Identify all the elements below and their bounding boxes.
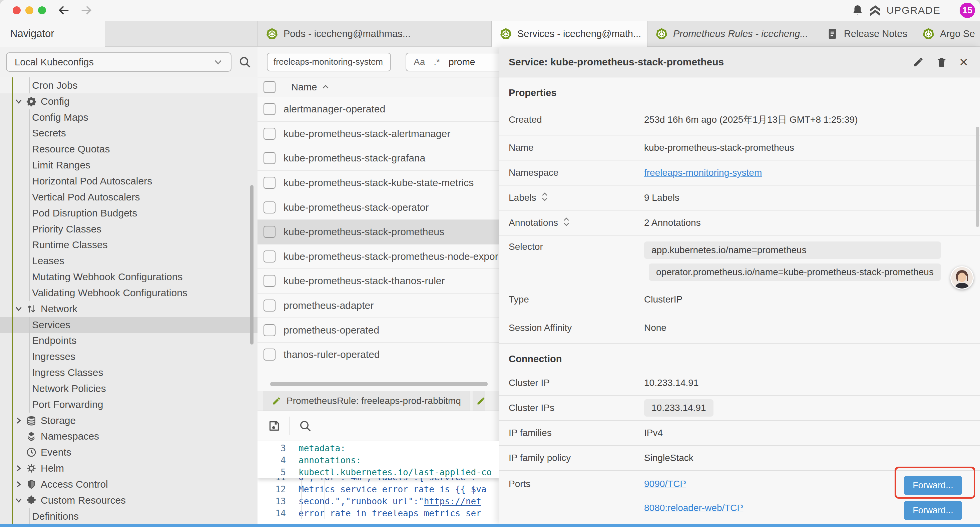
sidebar-item-cron-jobs[interactable]: Cron Jobs	[0, 77, 258, 93]
table-row-kube-prometheus-stack-thanos-ruler[interactable]: kube-prometheus-stack-thanos-ruler	[258, 269, 499, 293]
sidebar-item-pod-disruption-budgets[interactable]: Pod Disruption Budgets	[0, 205, 258, 221]
table-row-kube-prometheus-stack-prometheus[interactable]: kube-prometheus-stack-prometheus	[258, 220, 499, 245]
sidebar-item-mutating-webhook-configurations[interactable]: Mutating Webhook Configurations	[0, 269, 258, 285]
match-case-toggle[interactable]: Aa	[414, 57, 425, 67]
chevron-right-icon[interactable]	[15, 479, 26, 489]
sidebar-item-config[interactable]: Config	[0, 93, 258, 110]
drawer-row-cluster-ips: Cluster IPs10.233.14.91	[500, 396, 980, 420]
sidebar-scrollbar[interactable]	[250, 185, 253, 345]
row-checkbox[interactable]	[264, 152, 275, 164]
tab-pods-icecheng-mathmas[interactable]: Pods - icecheng@mathmas...	[258, 21, 492, 47]
row-checkbox[interactable]	[264, 201, 275, 213]
table-row-alertmanager-operated[interactable]: alertmanager-operated	[258, 97, 499, 122]
expand-toggle-icon[interactable]	[563, 217, 570, 229]
row-checkbox[interactable]	[264, 128, 275, 140]
namespace-selector[interactable]: freeleaps-monitoring-system	[267, 53, 391, 72]
notifications-bell-icon[interactable]	[851, 4, 864, 17]
sidebar-item-helm[interactable]: Helm	[0, 460, 258, 476]
port-link-8080-reloader-web-tcp[interactable]: 8080:reloader-web/TCP	[644, 503, 743, 513]
table-row-thanos-ruler-operated[interactable]: thanos-ruler-operated	[258, 342, 499, 367]
table-row-kube-prometheus-stack-prometheus-node-expor[interactable]: kube-prometheus-stack-prometheus-node-ex…	[258, 245, 499, 269]
sidebar-item-vertical-pod-autoscalers[interactable]: Vertical Pod Autoscalers	[0, 189, 258, 205]
forward-button-8080-reloader-web-tcp[interactable]: Forward...	[904, 501, 962, 520]
sidebar-item-ingress-classes[interactable]: Ingress Classes	[0, 365, 258, 381]
sidebar-item-ingresses[interactable]: Ingresses	[0, 349, 258, 365]
sidebar-item-leases[interactable]: Leases	[0, 253, 258, 269]
yaml-editor[interactable]: 3metadata:4annotations:5kubectl.kubernet…	[258, 441, 499, 524]
sidebar-item-events[interactable]: Events	[0, 444, 258, 460]
sidebar-item-services[interactable]: Services	[0, 317, 258, 333]
tab-navigator[interactable]: Navigator	[0, 21, 105, 47]
row-checkbox[interactable]	[264, 177, 275, 189]
sidebar-item-runtime-classes[interactable]: Runtime Classes	[0, 237, 258, 253]
property-value: IPv4	[644, 428, 663, 438]
tab-prometheus-rules-icecheng[interactable]: Prometheus Rules - icecheng...	[648, 21, 818, 47]
chevron-right-icon[interactable]	[15, 463, 26, 473]
save-icon[interactable]	[267, 419, 281, 433]
select-all-checkbox[interactable]	[264, 81, 275, 93]
drawer-scrollbar[interactable]	[976, 127, 979, 227]
editor-search-icon[interactable]	[299, 419, 312, 433]
tab-release-notes[interactable]: Release Notes	[818, 21, 914, 47]
forward-icon[interactable]	[80, 4, 93, 17]
table-row-prometheus-adapter[interactable]: prometheus-adapter	[258, 293, 499, 318]
close-icon[interactable]: ×	[959, 55, 968, 69]
list-search-input[interactable]: Aa .* prome	[406, 53, 499, 72]
kubeconfig-selector[interactable]: Local Kubeconfigs	[6, 53, 231, 72]
upgrade-button[interactable]: UPGRADE	[869, 0, 941, 21]
row-checkbox[interactable]	[264, 299, 275, 312]
avatar[interactable]	[950, 266, 974, 290]
traffic-light-zoom[interactable]	[38, 6, 46, 14]
row-checkbox[interactable]	[264, 250, 275, 263]
row-checkbox[interactable]	[264, 324, 275, 336]
delete-trash-icon[interactable]	[936, 56, 947, 68]
sidebar-item-label: Ingress Classes	[32, 367, 103, 378]
chevron-right-icon[interactable]	[15, 416, 26, 426]
back-icon[interactable]	[57, 4, 71, 17]
chevron-down-icon[interactable]	[15, 96, 26, 107]
sidebar-item-access-control[interactable]: Access Control	[0, 476, 258, 492]
sidebar-item-storage[interactable]: Storage	[0, 412, 258, 428]
sidebar-item-horizontal-pod-autoscalers[interactable]: Horizontal Pod Autoscalers	[0, 173, 258, 189]
tab-services-icecheng-math[interactable]: Services - icecheng@math...×	[492, 21, 648, 47]
traffic-light-minimize[interactable]	[25, 6, 33, 14]
table-row-prometheus-operated[interactable]: prometheus-operated	[258, 318, 499, 342]
sidebar-item-endpoints[interactable]: Endpoints	[0, 333, 258, 349]
table-row-kube-prometheus-stack-kube-state-metrics[interactable]: kube-prometheus-stack-kube-state-metrics	[258, 171, 499, 196]
notification-count-badge[interactable]: 15	[960, 3, 975, 18]
traffic-light-close[interactable]	[13, 6, 21, 14]
table-row-kube-prometheus-stack-operator[interactable]: kube-prometheus-stack-operator	[258, 195, 499, 220]
tab-argo-se[interactable]: Argo Se	[914, 21, 980, 47]
sidebar-item-port-forwarding[interactable]: Port Forwarding	[0, 396, 258, 412]
row-checkbox[interactable]	[264, 349, 275, 361]
sidebar-search-icon[interactable]	[238, 56, 251, 69]
sidebar-item-secrets[interactable]: Secrets	[0, 126, 258, 142]
chevron-down-icon[interactable]	[15, 304, 26, 314]
row-checkbox[interactable]	[264, 226, 275, 238]
sidebar-item-definitions[interactable]: Definitions	[0, 508, 258, 524]
sidebar-item-network[interactable]: Network	[0, 301, 258, 317]
resource-tree: Cron JobsConfigConfig MapsSecretsResourc…	[0, 77, 258, 524]
editor-tab-partial[interactable]	[473, 391, 485, 411]
table-row-kube-prometheus-stack-grafana[interactable]: kube-prometheus-stack-grafana	[258, 146, 499, 171]
sidebar-item-custom-resources[interactable]: Custom Resources	[0, 492, 258, 508]
sidebar-item-validating-webhook-configurations[interactable]: Validating Webhook Configurations	[0, 285, 258, 301]
sidebar-item-namespaces[interactable]: Namespaces	[0, 428, 258, 444]
table-row-kube-prometheus-stack-alertmanager[interactable]: kube-prometheus-stack-alertmanager	[258, 122, 499, 146]
sidebar-item-network-policies[interactable]: Network Policies	[0, 381, 258, 396]
regex-toggle[interactable]: .*	[434, 57, 440, 67]
port-link-9090-tcp[interactable]: 9090/TCP	[644, 479, 743, 489]
expand-toggle-icon[interactable]	[541, 192, 548, 204]
row-checkbox[interactable]	[264, 103, 275, 115]
chevron-down-icon[interactable]	[15, 495, 26, 505]
sidebar-item-config-maps[interactable]: Config Maps	[0, 110, 258, 126]
sidebar-item-resource-quotas[interactable]: Resource Quotas	[0, 141, 258, 157]
column-header-name[interactable]: Name	[291, 82, 329, 93]
namespace-link[interactable]: freeleaps-monitoring-system	[644, 167, 762, 178]
sidebar-item-limit-ranges[interactable]: Limit Ranges	[0, 157, 258, 173]
row-checkbox[interactable]	[264, 275, 275, 287]
sidebar-item-priority-classes[interactable]: Priority Classes	[0, 221, 258, 237]
edit-pencil-icon[interactable]	[913, 56, 924, 68]
horizontal-scrollbar[interactable]	[270, 382, 488, 386]
editor-tab-prometheusrule[interactable]: PrometheusRule: freeleaps-prod-rabbitmq	[263, 391, 470, 411]
